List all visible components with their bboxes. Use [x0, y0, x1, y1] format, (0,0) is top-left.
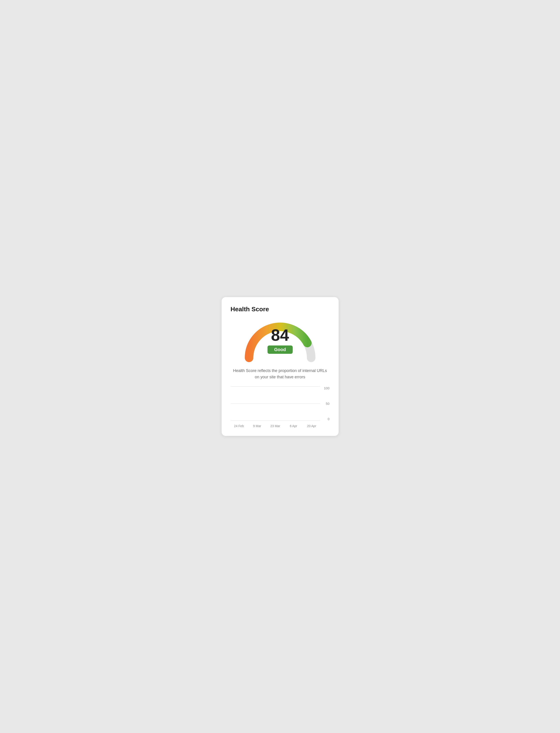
gauge-svg: 84 Good [242, 320, 318, 363]
gauge-center: 84 Good [267, 327, 292, 354]
chart-bars-wrapper: 24 Feb 9 Mar 23 Mar 6 Apr 20 Apr [231, 386, 320, 428]
gauge-badge: Good [267, 346, 292, 354]
x-label-group-4: 6 Apr [285, 424, 302, 428]
gauge-container: 84 Good [231, 320, 330, 363]
x-label-group-3: 23 Mar [267, 424, 284, 428]
x-label-group-2: 9 Mar [249, 424, 265, 428]
y-label-50: 50 [326, 402, 330, 405]
gauge-score: 84 [267, 327, 292, 343]
x-label-9-mar: 9 Mar [253, 424, 261, 428]
y-label-100: 100 [324, 386, 329, 390]
x-label-23-mar: 23 Mar [270, 424, 280, 428]
x-label-group-5: 20 Apr [303, 424, 320, 428]
y-label-0: 0 [328, 417, 329, 420]
x-label-group-1: 24 Feb [231, 424, 247, 428]
chart-section: 24 Feb 9 Mar 23 Mar 6 Apr 20 Apr [231, 386, 330, 428]
chart-y-axis: 100 50 0 [320, 386, 330, 428]
x-label-24-feb: 24 Feb [234, 424, 244, 428]
bars-row [231, 386, 320, 422]
x-label-20-apr: 20 Apr [307, 424, 316, 428]
chart-area: 24 Feb 9 Mar 23 Mar 6 Apr 20 Apr [231, 386, 330, 428]
card-title: Health Score [231, 306, 330, 313]
health-score-card: Health Score [222, 297, 339, 436]
gauge-description: Health Score reflects the proportion of … [231, 368, 330, 380]
x-labels: 24 Feb 9 Mar 23 Mar 6 Apr 20 Apr [231, 424, 320, 428]
x-label-6-apr: 6 Apr [290, 424, 297, 428]
